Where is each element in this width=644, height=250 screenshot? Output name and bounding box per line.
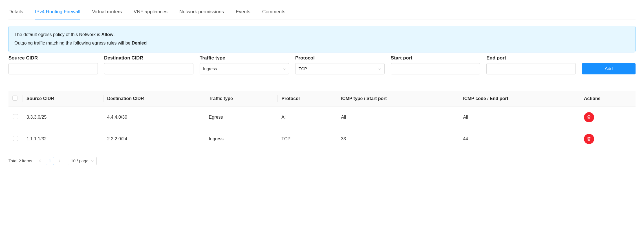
- cell-source: 1.1.1.1/32: [23, 128, 103, 150]
- delete-button[interactable]: [584, 134, 594, 144]
- rules-table: Source CIDR Destination CIDR Traffic typ…: [8, 91, 636, 150]
- traffic-type-select[interactable]: Ingress: [200, 63, 289, 74]
- cell-start: All: [337, 106, 459, 128]
- cell-source: 3.3.3.0/25: [23, 106, 103, 128]
- source-cidr-label: Source CIDR: [8, 55, 98, 61]
- select-all-checkbox[interactable]: [12, 96, 17, 101]
- tab-details[interactable]: Details: [8, 6, 23, 19]
- pagination-next[interactable]: [56, 157, 64, 165]
- chevron-left-icon: [39, 160, 41, 162]
- tabs: Details IPv4 Routing Firewall Virtual ro…: [8, 0, 636, 19]
- cell-dest: 2.2.2.0/24: [103, 128, 205, 150]
- traffic-type-label: Traffic type: [200, 55, 289, 61]
- dest-cidr-input[interactable]: [104, 63, 193, 74]
- chevron-down-icon: [378, 67, 381, 71]
- col-dest-cidr: Destination CIDR: [103, 91, 205, 107]
- protocol-select[interactable]: TCP: [295, 63, 385, 74]
- chevron-right-icon: [59, 160, 61, 162]
- end-port-input[interactable]: [486, 63, 576, 74]
- chevron-down-icon: [283, 67, 286, 71]
- col-protocol: Protocol: [277, 91, 337, 107]
- end-port-label: End port: [486, 55, 576, 61]
- col-source-cidr: Source CIDR: [23, 91, 103, 107]
- pagination-prev[interactable]: [36, 157, 44, 165]
- protocol-value: TCP: [299, 66, 307, 71]
- cell-start: 33: [337, 128, 459, 150]
- start-port-input[interactable]: [391, 63, 480, 74]
- traffic-type-value: Ingress: [203, 66, 217, 71]
- source-cidr-input[interactable]: [8, 63, 98, 74]
- protocol-label: Protocol: [295, 55, 385, 61]
- alert-line1-c: .: [113, 32, 114, 37]
- tab-virtual-routers[interactable]: Virtual routers: [92, 6, 122, 19]
- row-checkbox[interactable]: [13, 136, 18, 141]
- cell-traffic: Ingress: [205, 128, 278, 150]
- pagination-page-1[interactable]: 1: [46, 157, 54, 165]
- trash-icon: [586, 115, 591, 120]
- divider: [8, 82, 636, 82]
- col-icmp-start: ICMP type / Start port: [337, 91, 459, 107]
- col-traffic-type: Traffic type: [205, 91, 278, 107]
- tab-network-permissions[interactable]: Network permissions: [179, 6, 224, 19]
- egress-policy-alert: The default egress policy of this Networ…: [8, 26, 636, 52]
- row-checkbox[interactable]: [13, 114, 18, 119]
- cell-end: 44: [459, 128, 580, 150]
- cell-end: All: [459, 106, 580, 128]
- add-button[interactable]: Add: [582, 63, 636, 74]
- trash-icon: [586, 136, 591, 141]
- pagination: Total 2 items 1 10 / page: [8, 157, 636, 165]
- pagination-size-value: 10 / page: [71, 158, 89, 163]
- alert-line2-a: Outgoing traffic matching the following …: [14, 41, 132, 45]
- delete-button[interactable]: [584, 112, 594, 122]
- table-row: 1.1.1.1/32 2.2.2.0/24 Ingress TCP 33 44: [8, 128, 636, 150]
- col-icmp-end: ICMP code / End port: [459, 91, 580, 107]
- cell-protocol: All: [277, 106, 337, 128]
- rule-form: Source CIDR Destination CIDR Traffic typ…: [8, 55, 636, 74]
- tab-ipv4-firewall[interactable]: IPv4 Routing Firewall: [35, 6, 80, 19]
- chevron-down-icon: [91, 160, 94, 162]
- alert-line1-a: The default egress policy of this Networ…: [14, 32, 102, 37]
- alert-line2-b: Denied: [132, 41, 147, 45]
- tab-vnf-appliances[interactable]: VNF appliances: [134, 6, 167, 19]
- col-actions: Actions: [580, 91, 636, 107]
- dest-cidr-label: Destination CIDR: [104, 55, 193, 61]
- tab-events[interactable]: Events: [236, 6, 250, 19]
- tab-comments[interactable]: Comments: [262, 6, 285, 19]
- pagination-total: Total 2 items: [8, 158, 32, 163]
- pagination-size-select[interactable]: 10 / page: [68, 157, 97, 165]
- table-row: 3.3.3.0/25 4.4.4.0/30 Egress All All All: [8, 106, 636, 128]
- cell-traffic: Egress: [205, 106, 278, 128]
- cell-protocol: TCP: [277, 128, 337, 150]
- cell-dest: 4.4.4.0/30: [103, 106, 205, 128]
- alert-line1-b: Allow: [102, 32, 114, 37]
- start-port-label: Start port: [391, 55, 480, 61]
